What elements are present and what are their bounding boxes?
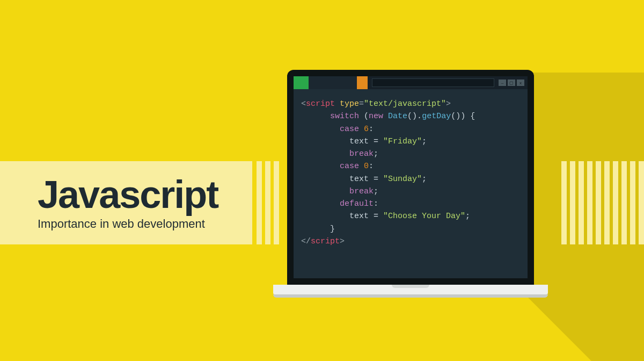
address-bar: [372, 78, 494, 87]
minimize-icon[interactable]: –: [499, 80, 506, 86]
window-controls: – ▢ x: [499, 80, 524, 86]
close-icon[interactable]: x: [517, 80, 524, 86]
main-title: Javascript: [38, 175, 252, 214]
laptop: – ▢ x <script type="text/javascript"> sw…: [287, 70, 562, 298]
subtitle: Importance in web development: [38, 217, 252, 231]
laptop-base: [273, 285, 548, 294]
decorative-bars-left: [257, 161, 279, 244]
title-band: Javascript Importance in web development: [0, 161, 252, 244]
editor-screen: – ▢ x <script type="text/javascript"> sw…: [294, 76, 528, 278]
titlebar-tab: [309, 76, 357, 89]
laptop-foot: [273, 294, 548, 298]
code-block: <script type="text/javascript"> switch (…: [301, 98, 520, 248]
titlebar-accent-orange: [357, 76, 368, 89]
window-titlebar: – ▢ x: [294, 76, 528, 89]
laptop-bezel: – ▢ x <script type="text/javascript"> sw…: [287, 70, 534, 285]
titlebar-accent-green: [294, 76, 309, 89]
decorative-bars-right: [561, 161, 644, 244]
maximize-icon[interactable]: ▢: [508, 80, 515, 86]
